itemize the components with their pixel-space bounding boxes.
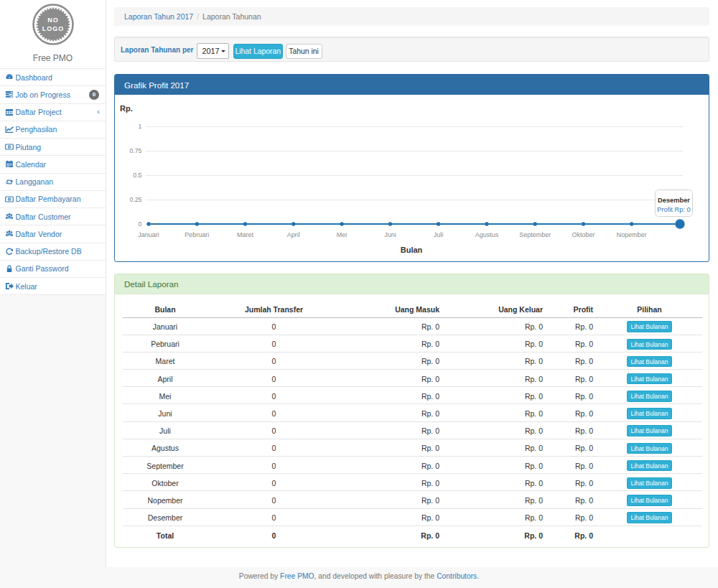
svg-text:1: 1 bbox=[139, 123, 142, 130]
svg-text:Juni: Juni bbox=[384, 231, 396, 238]
svg-text:April: April bbox=[287, 231, 300, 238]
svg-text:Nopember: Nopember bbox=[617, 231, 647, 238]
svg-text:Januari: Januari bbox=[138, 231, 159, 238]
svg-text:Juli: Juli bbox=[434, 231, 444, 238]
svg-text:Bulan: Bulan bbox=[401, 246, 423, 254]
svg-text:Desember: Desember bbox=[658, 197, 690, 204]
svg-text:0.25: 0.25 bbox=[129, 196, 141, 203]
svg-text:Mei: Mei bbox=[337, 231, 348, 238]
svg-text:Rp.: Rp. bbox=[120, 104, 133, 113]
svg-text:Pebruari: Pebruari bbox=[185, 231, 209, 238]
svg-text:0: 0 bbox=[139, 220, 142, 228]
svg-text:Oktober: Oktober bbox=[572, 231, 595, 238]
svg-text:0.5: 0.5 bbox=[133, 172, 141, 179]
svg-text:0.75: 0.75 bbox=[129, 147, 141, 154]
svg-text:Profit Rp: 0: Profit Rp: 0 bbox=[657, 206, 691, 213]
svg-text:September: September bbox=[519, 231, 551, 238]
svg-text:LOGO: LOGO bbox=[42, 25, 65, 32]
svg-text:Agustus: Agustus bbox=[475, 231, 499, 238]
svg-text:NO: NO bbox=[47, 17, 59, 24]
svg-text:Maret: Maret bbox=[237, 231, 254, 238]
